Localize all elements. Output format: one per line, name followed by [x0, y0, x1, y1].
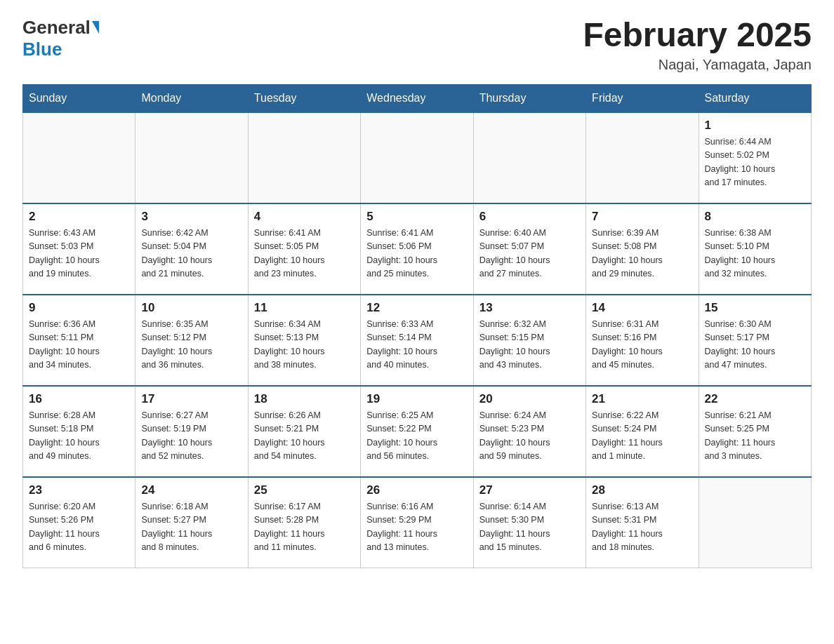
location: Nagai, Yamagata, Japan	[583, 57, 812, 73]
header-saturday: Saturday	[699, 84, 811, 112]
table-row: 2Sunrise: 6:43 AMSunset: 5:03 PMDaylight…	[23, 203, 135, 295]
calendar-table: Sunday Monday Tuesday Wednesday Thursday…	[22, 84, 812, 569]
table-row: 24Sunrise: 6:18 AMSunset: 5:27 PMDayligh…	[135, 477, 248, 568]
day-number: 8	[705, 210, 805, 224]
day-info: Sunrise: 6:16 AMSunset: 5:29 PMDaylight:…	[366, 500, 467, 555]
day-number: 17	[141, 392, 241, 406]
table-row	[23, 112, 135, 203]
day-info: Sunrise: 6:43 AMSunset: 5:03 PMDaylight:…	[29, 227, 129, 281]
day-info: Sunrise: 6:27 AMSunset: 5:19 PMDaylight:…	[141, 409, 241, 464]
title-section: February 2025 Nagai, Yamagata, Japan	[583, 17, 812, 73]
day-number: 13	[479, 301, 580, 315]
day-info: Sunrise: 6:21 AMSunset: 5:25 PMDaylight:…	[705, 409, 805, 464]
day-number: 28	[592, 483, 692, 497]
day-info: Sunrise: 6:26 AMSunset: 5:21 PMDaylight:…	[254, 409, 355, 464]
page-header: General Blue February 2025 Nagai, Yamaga…	[22, 17, 812, 73]
table-row: 1Sunrise: 6:44 AMSunset: 5:02 PMDaylight…	[699, 112, 811, 203]
week-row-1: 1Sunrise: 6:44 AMSunset: 5:02 PMDaylight…	[23, 112, 812, 203]
day-info: Sunrise: 6:33 AMSunset: 5:14 PMDaylight:…	[366, 318, 467, 373]
day-info: Sunrise: 6:41 AMSunset: 5:06 PMDaylight:…	[366, 227, 467, 281]
table-row: 10Sunrise: 6:35 AMSunset: 5:12 PMDayligh…	[135, 295, 248, 386]
table-row: 4Sunrise: 6:41 AMSunset: 5:05 PMDaylight…	[248, 203, 360, 295]
week-row-3: 9Sunrise: 6:36 AMSunset: 5:11 PMDaylight…	[23, 295, 812, 386]
table-row: 23Sunrise: 6:20 AMSunset: 5:26 PMDayligh…	[23, 477, 135, 568]
table-row	[473, 112, 585, 203]
day-info: Sunrise: 6:28 AMSunset: 5:18 PMDaylight:…	[29, 409, 129, 464]
logo-general-text: General	[22, 17, 99, 39]
day-info: Sunrise: 6:18 AMSunset: 5:27 PMDaylight:…	[141, 500, 241, 555]
day-number: 16	[29, 392, 129, 406]
day-number: 7	[592, 210, 692, 224]
day-number: 22	[705, 392, 805, 406]
day-number: 10	[141, 301, 241, 315]
header-tuesday: Tuesday	[248, 84, 360, 112]
day-info: Sunrise: 6:14 AMSunset: 5:30 PMDaylight:…	[479, 500, 580, 555]
table-row: 15Sunrise: 6:30 AMSunset: 5:17 PMDayligh…	[699, 295, 811, 386]
table-row: 16Sunrise: 6:28 AMSunset: 5:18 PMDayligh…	[23, 386, 135, 477]
logo-triangle-icon	[92, 21, 99, 34]
day-number: 5	[366, 210, 467, 224]
table-row: 26Sunrise: 6:16 AMSunset: 5:29 PMDayligh…	[361, 477, 473, 568]
day-info: Sunrise: 6:39 AMSunset: 5:08 PMDaylight:…	[592, 227, 692, 281]
table-row: 13Sunrise: 6:32 AMSunset: 5:15 PMDayligh…	[473, 295, 585, 386]
day-number: 11	[254, 301, 355, 315]
table-row: 18Sunrise: 6:26 AMSunset: 5:21 PMDayligh…	[248, 386, 360, 477]
day-info: Sunrise: 6:41 AMSunset: 5:05 PMDaylight:…	[254, 227, 355, 281]
table-row: 5Sunrise: 6:41 AMSunset: 5:06 PMDaylight…	[361, 203, 473, 295]
day-number: 12	[366, 301, 467, 315]
day-number: 24	[141, 483, 241, 497]
day-number: 6	[479, 210, 580, 224]
day-info: Sunrise: 6:35 AMSunset: 5:12 PMDaylight:…	[141, 318, 241, 373]
day-info: Sunrise: 6:44 AMSunset: 5:02 PMDaylight:…	[705, 135, 805, 190]
day-number: 26	[366, 483, 467, 497]
day-number: 23	[29, 483, 129, 497]
table-row: 22Sunrise: 6:21 AMSunset: 5:25 PMDayligh…	[699, 386, 811, 477]
table-row: 21Sunrise: 6:22 AMSunset: 5:24 PMDayligh…	[586, 386, 699, 477]
table-row: 27Sunrise: 6:14 AMSunset: 5:30 PMDayligh…	[473, 477, 585, 568]
logo: General Blue	[22, 17, 99, 60]
week-row-4: 16Sunrise: 6:28 AMSunset: 5:18 PMDayligh…	[23, 386, 812, 477]
header-friday: Friday	[586, 84, 699, 112]
header-wednesday: Wednesday	[361, 84, 473, 112]
day-number: 2	[29, 210, 129, 224]
weekday-header-row: Sunday Monday Tuesday Wednesday Thursday…	[23, 84, 812, 112]
table-row: 28Sunrise: 6:13 AMSunset: 5:31 PMDayligh…	[586, 477, 699, 568]
day-info: Sunrise: 6:40 AMSunset: 5:07 PMDaylight:…	[479, 227, 580, 281]
table-row: 8Sunrise: 6:38 AMSunset: 5:10 PMDaylight…	[699, 203, 811, 295]
week-row-2: 2Sunrise: 6:43 AMSunset: 5:03 PMDaylight…	[23, 203, 812, 295]
day-number: 21	[592, 392, 692, 406]
table-row: 19Sunrise: 6:25 AMSunset: 5:22 PMDayligh…	[361, 386, 473, 477]
day-number: 3	[141, 210, 241, 224]
header-thursday: Thursday	[473, 84, 585, 112]
day-info: Sunrise: 6:30 AMSunset: 5:17 PMDaylight:…	[705, 318, 805, 373]
table-row	[248, 112, 360, 203]
day-info: Sunrise: 6:34 AMSunset: 5:13 PMDaylight:…	[254, 318, 355, 373]
table-row	[135, 112, 248, 203]
day-info: Sunrise: 6:13 AMSunset: 5:31 PMDaylight:…	[592, 500, 692, 555]
day-number: 25	[254, 483, 355, 497]
table-row: 12Sunrise: 6:33 AMSunset: 5:14 PMDayligh…	[361, 295, 473, 386]
day-info: Sunrise: 6:38 AMSunset: 5:10 PMDaylight:…	[705, 227, 805, 281]
day-info: Sunrise: 6:17 AMSunset: 5:28 PMDaylight:…	[254, 500, 355, 555]
day-info: Sunrise: 6:24 AMSunset: 5:23 PMDaylight:…	[479, 409, 580, 464]
header-monday: Monday	[135, 84, 248, 112]
table-row	[699, 477, 811, 568]
day-number: 15	[705, 301, 805, 315]
table-row: 7Sunrise: 6:39 AMSunset: 5:08 PMDaylight…	[586, 203, 699, 295]
table-row: 14Sunrise: 6:31 AMSunset: 5:16 PMDayligh…	[586, 295, 699, 386]
day-info: Sunrise: 6:31 AMSunset: 5:16 PMDaylight:…	[592, 318, 692, 373]
day-info: Sunrise: 6:42 AMSunset: 5:04 PMDaylight:…	[141, 227, 241, 281]
day-number: 1	[705, 119, 805, 133]
table-row: 20Sunrise: 6:24 AMSunset: 5:23 PMDayligh…	[473, 386, 585, 477]
day-info: Sunrise: 6:36 AMSunset: 5:11 PMDaylight:…	[29, 318, 129, 373]
table-row: 25Sunrise: 6:17 AMSunset: 5:28 PMDayligh…	[248, 477, 360, 568]
table-row: 3Sunrise: 6:42 AMSunset: 5:04 PMDaylight…	[135, 203, 248, 295]
day-info: Sunrise: 6:32 AMSunset: 5:15 PMDaylight:…	[479, 318, 580, 373]
table-row: 9Sunrise: 6:36 AMSunset: 5:11 PMDaylight…	[23, 295, 135, 386]
day-number: 9	[29, 301, 129, 315]
table-row	[361, 112, 473, 203]
day-number: 18	[254, 392, 355, 406]
day-number: 27	[479, 483, 580, 497]
table-row: 11Sunrise: 6:34 AMSunset: 5:13 PMDayligh…	[248, 295, 360, 386]
logo-general-label: General	[22, 17, 91, 39]
